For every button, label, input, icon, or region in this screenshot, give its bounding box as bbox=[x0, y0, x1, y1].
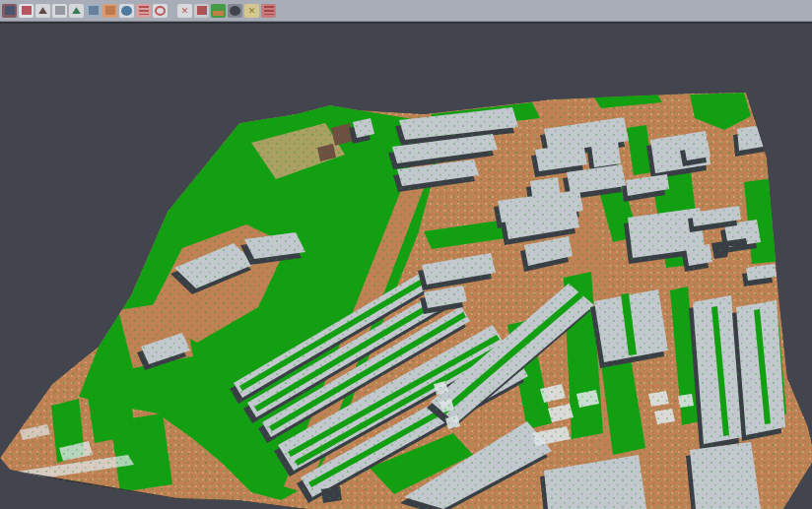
orthophoto-icon[interactable] bbox=[102, 4, 117, 18]
profile-view-icon[interactable] bbox=[86, 4, 101, 18]
terrain-model-icon[interactable] bbox=[69, 4, 84, 18]
discard-x-icon[interactable]: ✕ bbox=[244, 4, 259, 18]
classified-map-icon[interactable] bbox=[211, 4, 226, 18]
tin-surface-icon[interactable] bbox=[35, 4, 50, 18]
snapshot-camera-icon[interactable] bbox=[228, 4, 242, 18]
elevation-layers-icon[interactable] bbox=[136, 4, 151, 18]
grid-cells-icon[interactable] bbox=[194, 4, 209, 18]
crop-region-icon[interactable]: ✕ bbox=[177, 4, 192, 18]
toolbar: ✕✕ bbox=[0, 0, 812, 22]
scatter-points-icon[interactable] bbox=[19, 4, 34, 18]
point-cloud-render bbox=[0, 23, 812, 509]
red-list-icon[interactable] bbox=[261, 4, 276, 18]
viewport-3d[interactable] bbox=[0, 23, 812, 509]
sparse-points-icon[interactable] bbox=[52, 4, 67, 18]
green-speckle bbox=[0, 23, 812, 509]
globe-3d-icon[interactable] bbox=[119, 4, 134, 18]
circle-select-icon[interactable] bbox=[153, 4, 168, 18]
classification-palette-icon[interactable] bbox=[2, 4, 17, 18]
